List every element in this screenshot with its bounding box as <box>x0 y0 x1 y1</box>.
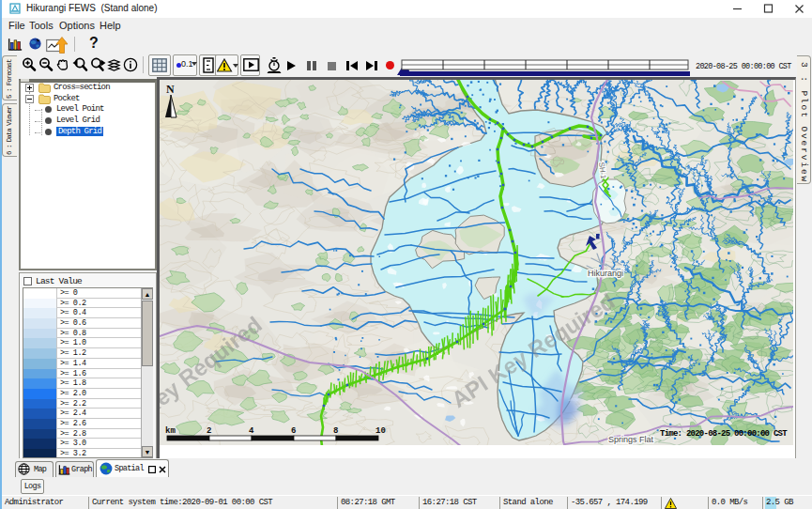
svg-text:2020-08-25 00:00:00 CST: 2020-08-25 00:00:00 CST <box>696 62 791 71</box>
